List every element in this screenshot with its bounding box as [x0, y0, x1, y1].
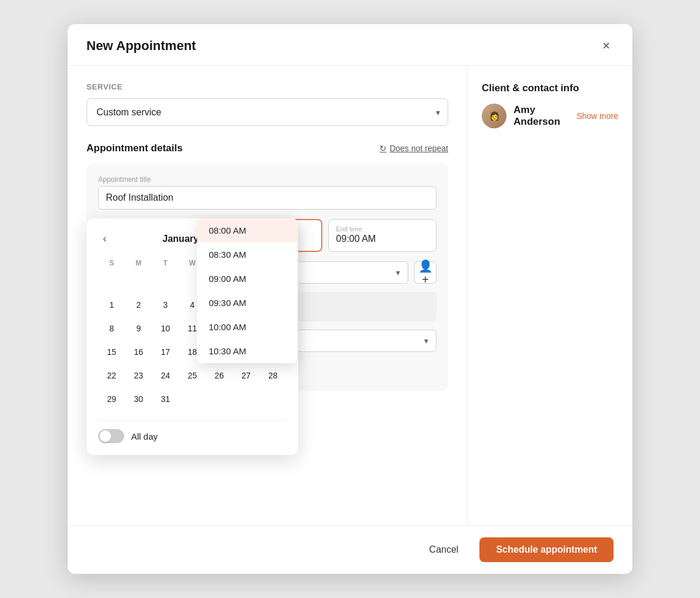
add-staff-button[interactable]: 👤+: [414, 261, 436, 284]
title-input[interactable]: [98, 186, 436, 210]
right-panel: Client & contact info 👩 Amy Anderson Sho…: [468, 66, 632, 525]
schedule-appointment-button[interactable]: Schedule appointment: [479, 537, 614, 562]
client-name: Amy Anderson: [514, 104, 569, 128]
service-label: Service: [86, 82, 448, 91]
client-row: 👩 Amy Anderson Show more: [482, 104, 618, 128]
repeat-link[interactable]: ↻ Does not repeat: [379, 144, 448, 153]
calendar-footer: All day: [98, 420, 286, 443]
calendar-day[interactable]: 2: [125, 293, 152, 317]
calendar-day[interactable]: 25: [179, 364, 206, 387]
calendar-day[interactable]: 3: [152, 293, 179, 317]
calendar-day[interactable]: 8: [98, 317, 125, 340]
end-time-field: End time: 09:00 AM: [328, 219, 436, 252]
title-field: Appointment title: [98, 175, 436, 210]
calendar-day[interactable]: 9: [125, 317, 152, 340]
service-select-wrapper: Custom service Standard service Premium …: [86, 98, 448, 126]
calendar-day: [152, 272, 179, 293]
service-select[interactable]: Custom service Standard service Premium …: [86, 98, 448, 126]
title-field-label: Appointment title: [98, 175, 436, 184]
all-day-toggle[interactable]: [98, 429, 124, 443]
repeat-label: Does not repeat: [389, 144, 448, 153]
calendar-day[interactable]: 22: [98, 364, 125, 387]
show-more-link[interactable]: Show more: [576, 111, 618, 121]
calendar-day[interactable]: 30: [125, 387, 152, 411]
time-option-0800[interactable]: 08:00 AM: [197, 218, 297, 242]
weekday-sun: S: [98, 257, 125, 272]
repeat-icon: ↻: [379, 144, 386, 153]
client-info-title: Client & contact info: [482, 82, 618, 94]
calendar-day: [259, 387, 286, 411]
toggle-thumb: [99, 430, 111, 442]
time-option-1000[interactable]: 10:00 AM: [197, 315, 297, 339]
calendar-day[interactable]: 29: [98, 387, 125, 411]
person-add-icon: 👤+: [415, 259, 436, 287]
time-option-0830[interactable]: 08:30 AM: [197, 242, 297, 267]
calendar-day[interactable]: 31: [152, 387, 179, 411]
appt-details-title: Appointment details: [86, 142, 182, 154]
calendar-day: [98, 272, 125, 293]
end-time-label: End time:: [336, 225, 429, 232]
calendar-day[interactable]: 27: [233, 364, 260, 387]
weekday-tue: T: [152, 257, 179, 272]
calendar-day[interactable]: 28: [259, 364, 286, 387]
calendar-day: [125, 272, 152, 293]
avatar-image: 👩: [482, 104, 506, 128]
calendar-day[interactable]: 15: [98, 340, 125, 364]
calendar-day[interactable]: 1: [98, 293, 125, 317]
modal-header: New Appointment ×: [68, 24, 632, 66]
calendar-day: [206, 387, 233, 411]
time-dropdown: 08:00 AM 08:30 AM 09:00 AM 09:30 AM 10:0…: [197, 218, 297, 363]
client-avatar: 👩: [482, 104, 506, 128]
weekday-mon: M: [125, 257, 152, 272]
time-option-0900[interactable]: 09:00 AM: [197, 267, 297, 291]
modal-footer: Cancel Schedule appointment: [68, 525, 632, 574]
calendar-day: [233, 387, 260, 411]
calendar-day[interactable]: 24: [152, 364, 179, 387]
cancel-button[interactable]: Cancel: [418, 539, 471, 561]
calendar-day[interactable]: 26: [206, 364, 233, 387]
appt-details-header: Appointment details ↻ Does not repeat: [86, 142, 448, 154]
calendar-day[interactable]: 17: [152, 340, 179, 364]
modal-title: New Appointment: [86, 38, 196, 54]
calendar-day[interactable]: 16: [125, 340, 152, 364]
time-option-1030[interactable]: 10:30 AM: [197, 339, 297, 363]
end-time-value: 09:00 AM: [336, 234, 429, 244]
all-day-label: All day: [131, 431, 158, 441]
calendar-day[interactable]: 23: [125, 364, 152, 387]
prev-month-button[interactable]: ‹: [98, 230, 111, 247]
time-option-0930[interactable]: 09:30 AM: [197, 291, 297, 315]
close-button[interactable]: ×: [599, 38, 614, 54]
calendar-day: [179, 387, 206, 411]
new-appointment-modal: New Appointment × Service Custom service…: [68, 24, 632, 574]
calendar-day[interactable]: 10: [152, 317, 179, 340]
